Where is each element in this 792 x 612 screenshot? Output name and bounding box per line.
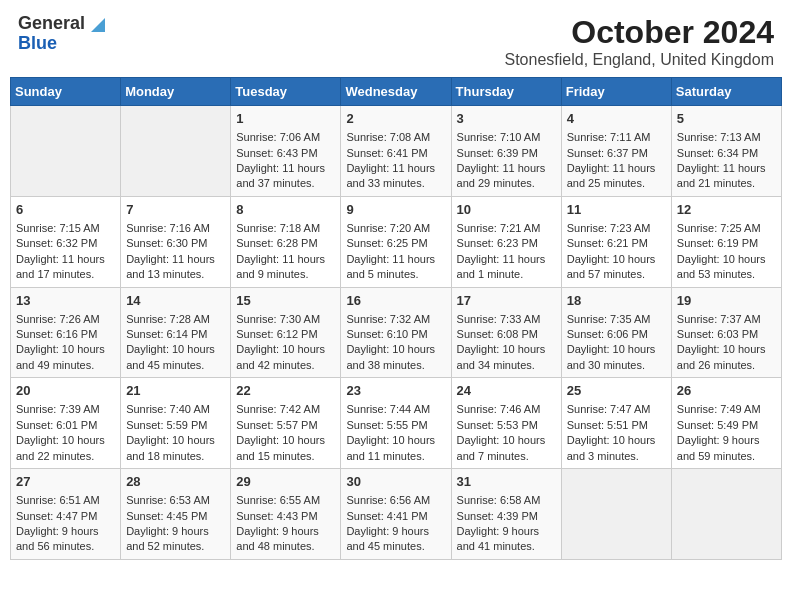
sunrise-time: Sunrise: 7:42 AM [236,403,320,415]
daylight-hours: Daylight: 11 hours and 9 minutes. [236,253,325,280]
sunrise-time: Sunrise: 7:18 AM [236,222,320,234]
calendar-cell: 16 Sunrise: 7:32 AM Sunset: 6:10 PM Dayl… [341,287,451,378]
sunrise-time: Sunrise: 7:10 AM [457,131,541,143]
daylight-hours: Daylight: 10 hours and 22 minutes. [16,434,105,461]
sunset-time: Sunset: 6:28 PM [236,237,317,249]
calendar-cell: 10 Sunrise: 7:21 AM Sunset: 6:23 PM Dayl… [451,196,561,287]
sunset-time: Sunset: 6:37 PM [567,147,648,159]
sunset-time: Sunset: 6:01 PM [16,419,97,431]
sunrise-time: Sunrise: 7:33 AM [457,313,541,325]
sunset-time: Sunset: 6:25 PM [346,237,427,249]
daylight-hours: Daylight: 9 hours and 59 minutes. [677,434,760,461]
sunrise-time: Sunrise: 6:58 AM [457,494,541,506]
day-number: 11 [567,201,666,219]
day-number: 29 [236,473,335,491]
sunset-time: Sunset: 5:49 PM [677,419,758,431]
day-number: 20 [16,382,115,400]
day-number: 14 [126,292,225,310]
calendar-week-5: 27 Sunrise: 6:51 AM Sunset: 4:47 PM Dayl… [11,469,782,560]
day-number: 6 [16,201,115,219]
sunrise-time: Sunrise: 6:51 AM [16,494,100,506]
calendar-cell: 1 Sunrise: 7:06 AM Sunset: 6:43 PM Dayli… [231,106,341,197]
calendar-cell: 14 Sunrise: 7:28 AM Sunset: 6:14 PM Dayl… [121,287,231,378]
day-number: 18 [567,292,666,310]
sunrise-time: Sunrise: 6:53 AM [126,494,210,506]
logo-general-text: General [18,14,85,34]
sunrise-time: Sunrise: 7:49 AM [677,403,761,415]
daylight-hours: Daylight: 10 hours and 3 minutes. [567,434,656,461]
calendar-cell: 28 Sunrise: 6:53 AM Sunset: 4:45 PM Dayl… [121,469,231,560]
sunrise-time: Sunrise: 7:06 AM [236,131,320,143]
daylight-hours: Daylight: 10 hours and 18 minutes. [126,434,215,461]
day-header-sunday: Sunday [11,78,121,106]
calendar-cell: 4 Sunrise: 7:11 AM Sunset: 6:37 PM Dayli… [561,106,671,197]
calendar-cell: 30 Sunrise: 6:56 AM Sunset: 4:41 PM Dayl… [341,469,451,560]
day-number: 13 [16,292,115,310]
sunset-time: Sunset: 4:47 PM [16,510,97,522]
daylight-hours: Daylight: 9 hours and 41 minutes. [457,525,540,552]
calendar-body: 1 Sunrise: 7:06 AM Sunset: 6:43 PM Dayli… [11,106,782,560]
calendar-cell [561,469,671,560]
day-headers-row: SundayMondayTuesdayWednesdayThursdayFrid… [11,78,782,106]
calendar-cell: 25 Sunrise: 7:47 AM Sunset: 5:51 PM Dayl… [561,378,671,469]
sunset-time: Sunset: 5:51 PM [567,419,648,431]
day-header-friday: Friday [561,78,671,106]
daylight-hours: Daylight: 11 hours and 17 minutes. [16,253,105,280]
calendar-cell: 27 Sunrise: 6:51 AM Sunset: 4:47 PM Dayl… [11,469,121,560]
day-number: 8 [236,201,335,219]
calendar-cell: 18 Sunrise: 7:35 AM Sunset: 6:06 PM Dayl… [561,287,671,378]
day-number: 5 [677,110,776,128]
calendar-cell: 21 Sunrise: 7:40 AM Sunset: 5:59 PM Dayl… [121,378,231,469]
day-number: 7 [126,201,225,219]
sunrise-time: Sunrise: 7:21 AM [457,222,541,234]
logo-icon [87,14,105,32]
sunrise-time: Sunrise: 7:32 AM [346,313,430,325]
day-number: 17 [457,292,556,310]
daylight-hours: Daylight: 10 hours and 42 minutes. [236,343,325,370]
calendar-week-1: 1 Sunrise: 7:06 AM Sunset: 6:43 PM Dayli… [11,106,782,197]
day-header-wednesday: Wednesday [341,78,451,106]
calendar-cell: 12 Sunrise: 7:25 AM Sunset: 6:19 PM Dayl… [671,196,781,287]
day-number: 25 [567,382,666,400]
daylight-hours: Daylight: 10 hours and 7 minutes. [457,434,546,461]
day-header-thursday: Thursday [451,78,561,106]
sunrise-time: Sunrise: 7:13 AM [677,131,761,143]
calendar-cell: 24 Sunrise: 7:46 AM Sunset: 5:53 PM Dayl… [451,378,561,469]
daylight-hours: Daylight: 9 hours and 45 minutes. [346,525,429,552]
sunset-time: Sunset: 6:10 PM [346,328,427,340]
sunset-time: Sunset: 4:41 PM [346,510,427,522]
day-number: 1 [236,110,335,128]
sunset-time: Sunset: 6:41 PM [346,147,427,159]
day-number: 12 [677,201,776,219]
daylight-hours: Daylight: 11 hours and 13 minutes. [126,253,215,280]
sunrise-time: Sunrise: 7:08 AM [346,131,430,143]
daylight-hours: Daylight: 10 hours and 34 minutes. [457,343,546,370]
logo: General Blue [18,14,105,54]
calendar-week-3: 13 Sunrise: 7:26 AM Sunset: 6:16 PM Dayl… [11,287,782,378]
sunrise-time: Sunrise: 7:20 AM [346,222,430,234]
sunset-time: Sunset: 6:03 PM [677,328,758,340]
sunset-time: Sunset: 6:43 PM [236,147,317,159]
sunrise-time: Sunrise: 7:11 AM [567,131,651,143]
calendar-cell: 22 Sunrise: 7:42 AM Sunset: 5:57 PM Dayl… [231,378,341,469]
sunset-time: Sunset: 6:32 PM [16,237,97,249]
sunrise-time: Sunrise: 7:44 AM [346,403,430,415]
calendar-cell: 20 Sunrise: 7:39 AM Sunset: 6:01 PM Dayl… [11,378,121,469]
day-number: 24 [457,382,556,400]
calendar-cell: 9 Sunrise: 7:20 AM Sunset: 6:25 PM Dayli… [341,196,451,287]
day-number: 10 [457,201,556,219]
calendar-cell: 31 Sunrise: 6:58 AM Sunset: 4:39 PM Dayl… [451,469,561,560]
daylight-hours: Daylight: 9 hours and 48 minutes. [236,525,319,552]
calendar-cell: 26 Sunrise: 7:49 AM Sunset: 5:49 PM Dayl… [671,378,781,469]
svg-marker-0 [91,18,105,32]
daylight-hours: Daylight: 10 hours and 45 minutes. [126,343,215,370]
sunset-time: Sunset: 5:53 PM [457,419,538,431]
calendar-cell [121,106,231,197]
calendar-cell: 3 Sunrise: 7:10 AM Sunset: 6:39 PM Dayli… [451,106,561,197]
sunset-time: Sunset: 4:43 PM [236,510,317,522]
sunset-time: Sunset: 6:19 PM [677,237,758,249]
sunrise-time: Sunrise: 7:25 AM [677,222,761,234]
day-number: 22 [236,382,335,400]
daylight-hours: Daylight: 11 hours and 37 minutes. [236,162,325,189]
daylight-hours: Daylight: 11 hours and 21 minutes. [677,162,766,189]
